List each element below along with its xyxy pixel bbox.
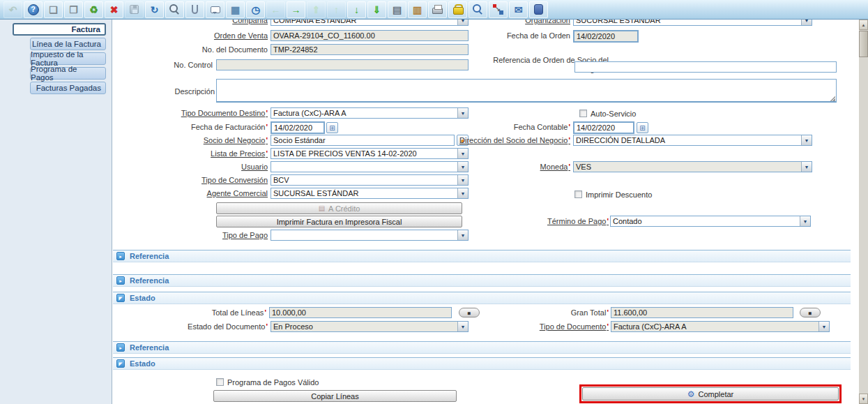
last-record-icon-button[interactable]: ⇓ <box>367 1 386 18</box>
attachment-icon-button[interactable] <box>185 1 204 18</box>
help-icon-button[interactable]: ? <box>24 1 43 18</box>
lista-precios-label[interactable]: Lista de Precios <box>113 149 268 158</box>
estado-documento-label: Estado del Documento <box>113 322 268 331</box>
invoice-form: Compañía COMPAÑIA ESTANDAR ▼ Organizació… <box>113 20 859 404</box>
collapsed-section-icon: ▸ <box>116 343 125 352</box>
section-estado-1-title: Estado <box>130 294 155 302</box>
moneda-select: VES ▼ <box>573 161 812 172</box>
workflow-icon-button[interactable]: ↘ <box>489 1 508 18</box>
scrollbar-thumb[interactable] <box>859 31 868 57</box>
tipo-conversion-select[interactable]: BCV ▼ <box>271 174 469 186</box>
request-icon-button[interactable]: ✉ <box>509 1 528 18</box>
scroll-up-button[interactable]: ▲ <box>859 20 868 30</box>
organizacion-select[interactable]: SUCURSAL ESTANDAR ▼ <box>573 20 812 26</box>
section-referencia-2[interactable]: ▸ Referencia <box>113 274 851 287</box>
auto-servicio-checkbox[interactable] <box>579 110 587 117</box>
tipo-doc-destino-select[interactable]: Factura (CxC)-ARA A ▼ <box>271 107 469 119</box>
workflow-icon: ↘ <box>493 4 503 15</box>
archive-icon-button[interactable]: ▥ <box>408 1 427 18</box>
chevron-down-icon[interactable]: ▼ <box>801 20 812 25</box>
refresh-icon-button[interactable]: ↻ <box>145 1 164 18</box>
descripcion-textarea[interactable] <box>216 79 837 103</box>
imprimir-fiscal-button[interactable]: Imprimir Factura en Impresora Fiscal <box>216 216 462 227</box>
tab-factura[interactable]: Factura <box>13 23 106 36</box>
direccion-socio-label[interactable]: Dirección del Socio del Negocio <box>416 136 570 145</box>
copiar-lineas-button[interactable]: Copiar Líneas <box>213 390 457 402</box>
a-credito-label: A Crédito <box>328 204 360 213</box>
orden-venta-label[interactable]: Orden de Venta <box>113 31 268 40</box>
delete-selection-icon-button[interactable]: ✖ <box>105 1 123 18</box>
agente-comercial-select[interactable]: SUCURSAL ESTÁNDAR ▼ <box>271 188 469 199</box>
history-icon: ◷ <box>251 5 259 15</box>
compania-label[interactable]: Compañía <box>113 20 268 25</box>
lista-precios-select[interactable]: LISTA DE PRECIOS VENTAS 14-02-2020 ▼ <box>271 148 469 159</box>
collapsed-section-icon: ▸ <box>116 252 125 260</box>
tipo-doc-destino-label[interactable]: Tipo Documento Destino <box>113 109 268 118</box>
chevron-down-icon[interactable]: ▼ <box>457 188 468 198</box>
moneda-label[interactable]: Moneda <box>416 163 570 172</box>
completar-button[interactable]: ⚙ Completar <box>582 387 839 401</box>
direccion-socio-select[interactable]: DIRECCIÓN DETALLADA ▼ <box>573 135 812 146</box>
chevron-down-icon[interactable]: ▼ <box>457 230 468 240</box>
textarea-resize-handle[interactable] <box>830 96 835 101</box>
next-record-icon-button[interactable]: ↓ <box>347 1 366 18</box>
toolbar: ↶?❏❐♻✖↻▦◷←→⇑↑↓⇓▤▥↘✉ <box>0 0 868 20</box>
report-icon-button[interactable]: ▤ <box>388 1 406 18</box>
programa-pagos-valido-checkbox[interactable] <box>216 378 224 386</box>
scroll-down-button[interactable]: ▼ <box>859 394 868 404</box>
parent-record-icon-button: ← <box>266 1 285 18</box>
tipo-pago-select[interactable]: ▼ <box>271 230 469 241</box>
usuario-label[interactable]: Usuario <box>113 163 268 172</box>
fecha-contable-field[interactable]: 14/02/2020 <box>573 121 634 134</box>
history-icon-button[interactable]: ◷ <box>246 1 265 18</box>
chevron-down-icon[interactable]: ▼ <box>800 216 810 226</box>
fecha-contable-calendar-button[interactable]: ⊞ <box>637 122 648 133</box>
ref-orden-socio-field[interactable] <box>574 61 837 73</box>
report-icon: ▤ <box>393 5 402 15</box>
zoom-across-icon-button[interactable] <box>469 1 487 18</box>
section-estado-2[interactable]: ◤ Estado <box>113 357 851 370</box>
no-documento-field: TMP-224852 <box>271 44 469 55</box>
grid-toggle-icon-button[interactable]: ▦ <box>226 1 245 18</box>
chevron-down-icon[interactable]: ▼ <box>457 149 468 158</box>
agente-comercial-label[interactable]: Agente Comercial <box>113 189 268 198</box>
section-estado-1[interactable]: ◤ Estado <box>113 292 851 304</box>
chevron-down-icon: ▼ <box>801 162 812 172</box>
tipo-conversion-label[interactable]: Tipo de Conversión <box>113 176 268 185</box>
tipo-documento-label[interactable]: Tipo de Documento <box>454 322 609 331</box>
next-record-icon: ↓ <box>354 5 359 15</box>
chevron-down-icon[interactable]: ▼ <box>457 175 468 185</box>
tab-linea-de-la-factura[interactable]: Línea de la Factura <box>30 38 106 50</box>
copy-record-icon-button[interactable]: ❐ <box>64 1 83 18</box>
lock-icon-button[interactable] <box>448 1 467 18</box>
new-record-icon-button[interactable]: ❏ <box>44 1 63 18</box>
tab-programa-de-pagos[interactable]: Programa de Pagos <box>30 67 106 80</box>
detail-record-icon-button[interactable]: → <box>287 1 305 18</box>
chat-icon-button[interactable] <box>206 1 224 18</box>
section-referencia-1[interactable]: ▸ Referencia <box>113 250 851 262</box>
termino-pago-value: Contado <box>611 216 800 226</box>
termino-pago-label[interactable]: Término de Pago <box>454 217 609 226</box>
lista-precios-value: LISTA DE PRECIOS VENTAS 14-02-2020 <box>271 149 457 158</box>
gran-total-calculator-button[interactable]: ◼ <box>800 308 821 317</box>
window-end-icon-button[interactable] <box>529 1 548 18</box>
refresh-icon: ↻ <box>151 5 159 15</box>
tab-impuesto-de-la-factura[interactable]: Impuesto de la Factura <box>30 52 106 65</box>
vertical-scrollbar[interactable]: ▲ ▼ <box>859 20 868 404</box>
tipo-pago-label[interactable]: Tipo de Pago <box>113 231 268 240</box>
chevron-down-icon[interactable]: ▼ <box>801 135 812 145</box>
organizacion-label[interactable]: Organización <box>416 20 570 25</box>
socio-negocio-label[interactable]: Socio del Negocio <box>113 136 268 145</box>
find-icon-button[interactable] <box>165 1 184 18</box>
chevron-down-icon[interactable]: ▼ <box>457 108 468 118</box>
fecha-orden-label: Fecha de la Orden <box>416 31 570 40</box>
scroll-down-icon: ▼ <box>862 397 866 401</box>
imprimir-descuento-checkbox[interactable] <box>574 190 582 198</box>
tab-facturas-pagadas[interactable]: Facturas Pagadas <box>30 82 106 94</box>
fecha-facturacion-calendar-button[interactable]: ⊞ <box>326 122 338 133</box>
print-icon-button[interactable] <box>428 1 447 18</box>
termino-pago-select[interactable]: Contado ▼ <box>610 216 811 227</box>
delete-record-icon-button[interactable]: ♻ <box>84 1 103 18</box>
section-referencia-3[interactable]: ▸ Referencia <box>113 341 851 354</box>
fecha-facturacion-field[interactable]: 14/02/2020 <box>271 121 325 134</box>
